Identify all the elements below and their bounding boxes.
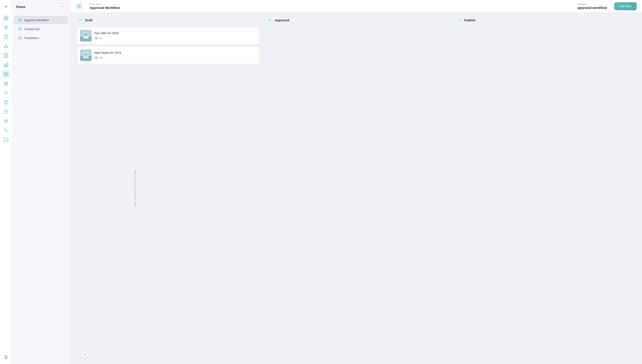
sidebar-item-label: Approval Workflow — [24, 18, 49, 22]
topbar-flow-info: Flow name Approval Workflow — [90, 3, 563, 10]
add-flow-button[interactable]: + — [60, 4, 66, 10]
svg-rect-21 — [7, 63, 8, 67]
svg-rect-57 — [84, 34, 88, 36]
topbar-id-section: Identifier approval-workflow — [578, 3, 607, 10]
edit-flow-button[interactable]: Edit flow — [614, 2, 637, 10]
svg-point-36 — [5, 120, 6, 121]
svg-point-70 — [268, 19, 271, 22]
lang-code-1: no — [100, 36, 102, 40]
svg-marker-49 — [77, 5, 81, 8]
nav-grid-icon[interactable] — [2, 51, 10, 60]
svg-rect-19 — [4, 65, 5, 67]
svg-point-42 — [5, 356, 7, 358]
card-nye-stiler[interactable]: Nye stiler for 2024 no — [77, 27, 259, 44]
svg-rect-64 — [84, 51, 88, 52]
topbar-divider — [570, 2, 570, 10]
lang-code-2: en — [100, 56, 102, 59]
lang-badge-1 — [94, 36, 98, 40]
svg-marker-47 — [18, 36, 22, 40]
svg-point-11 — [7, 47, 8, 48]
sidebar: Flows + Approval Workflow Content QA Tra… — [12, 0, 70, 364]
card-lang-2: en — [94, 56, 256, 60]
nav-analytics-icon[interactable] — [2, 108, 10, 116]
svg-rect-1 — [6, 16, 8, 18]
sidebar-item-translation[interactable]: Translation — [14, 34, 68, 42]
svg-marker-44 — [19, 19, 21, 21]
collapse-sidebar-button[interactable] — [82, 352, 88, 358]
svg-rect-66 — [84, 54, 88, 55]
sidebar-item-approval-workflow[interactable]: Approval Workflow — [14, 16, 68, 24]
lang-badge-2 — [94, 56, 98, 60]
topbar-flow-name: Approval Workflow — [90, 6, 563, 10]
svg-marker-23 — [5, 73, 7, 75]
svg-point-10 — [4, 47, 5, 48]
col-header-publish: Publish — [456, 17, 638, 24]
svg-marker-48 — [19, 37, 21, 39]
sidebar-title: Flows — [16, 5, 26, 9]
svg-line-13 — [6, 46, 7, 47]
card-info-1: Nye stiler for 2024 no — [94, 32, 256, 40]
nav-dashboard-icon[interactable] — [2, 14, 10, 22]
topbar-identifier: approval-workflow — [578, 6, 607, 10]
sidebar-item-content-qa[interactable]: Content QA — [14, 25, 68, 33]
kanban-board: Drop here to remove from flow Draft — [70, 13, 642, 364]
svg-text:AZ: AZ — [5, 139, 7, 141]
drop-zone-label: Drop here to remove from flow — [134, 170, 136, 206]
svg-rect-18 — [6, 56, 8, 58]
col-title-approved: Approved — [275, 18, 289, 22]
thumbnail-art-2 — [80, 50, 92, 61]
svg-rect-16 — [6, 54, 8, 55]
logo[interactable] — [2, 3, 10, 11]
flow-icon — [18, 18, 22, 22]
nav-flows-icon[interactable] — [2, 70, 10, 78]
col-title-draft: Draft — [85, 18, 92, 22]
svg-line-51 — [80, 19, 81, 20]
svg-rect-15 — [4, 54, 6, 55]
drop-zone-area: Drop here to remove from flow — [133, 13, 137, 364]
topbar: Flow name Approval Workflow Identifier a… — [70, 0, 642, 13]
svg-point-37 — [6, 120, 8, 121]
nav-chart-icon[interactable] — [2, 61, 10, 69]
icon-navigation: AZ — [0, 0, 12, 364]
nav-list-icon[interactable] — [2, 89, 10, 97]
svg-point-25 — [5, 83, 7, 84]
col-draft-icon — [77, 17, 83, 24]
main-content: Flow name Approval Workflow Identifier a… — [70, 0, 642, 364]
svg-rect-20 — [6, 64, 6, 67]
kanban-column-draft: Draft Nye stiler for 2024 — [70, 13, 263, 364]
col-title-publish: Publish — [464, 18, 476, 22]
nav-az-icon[interactable]: AZ — [2, 136, 10, 144]
flow-icon — [18, 36, 22, 40]
svg-rect-17 — [4, 56, 6, 58]
flow-icon — [18, 27, 22, 31]
nav-settings-icon[interactable] — [2, 353, 10, 361]
svg-marker-45 — [18, 28, 22, 31]
sidebar-item-label: Translation — [24, 36, 39, 40]
nav-search-icon[interactable] — [2, 126, 10, 135]
nav-cube-icon[interactable] — [2, 98, 10, 106]
svg-rect-65 — [84, 52, 88, 53]
col-header-draft: Draft — [77, 17, 259, 24]
svg-rect-2 — [4, 18, 6, 20]
col-publish-icon — [456, 17, 462, 24]
svg-line-39 — [7, 131, 8, 132]
topbar-identifier-label: Identifier — [578, 3, 607, 6]
nav-users-icon[interactable] — [2, 117, 10, 125]
thumbnail-art-1 — [80, 30, 92, 42]
card-new-styles[interactable]: New Styles for 2024 en — [77, 46, 259, 64]
nav-connections-icon[interactable] — [2, 42, 10, 50]
svg-marker-50 — [78, 5, 80, 7]
svg-line-12 — [5, 46, 6, 47]
svg-rect-56 — [84, 33, 88, 34]
nav-integrations-icon[interactable] — [2, 79, 10, 88]
col-header-approved: Approved — [266, 17, 449, 24]
nav-pages-icon[interactable] — [2, 32, 10, 41]
card-info-2: New Styles for 2024 en — [94, 51, 256, 60]
svg-marker-22 — [4, 72, 8, 76]
card-lang-1: no — [94, 36, 256, 40]
col-approved-icon — [266, 17, 273, 24]
nav-rocket-icon[interactable] — [2, 23, 10, 32]
svg-point-38 — [4, 128, 7, 131]
kanban-column-approved: Approved — [263, 13, 452, 364]
svg-rect-3 — [6, 18, 8, 20]
